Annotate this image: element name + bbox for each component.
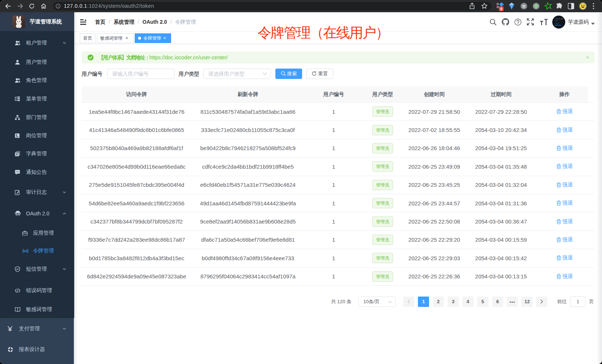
svg-text:9: 9 — [500, 7, 503, 11]
svg-text:⌘: ⌘ — [522, 4, 526, 9]
